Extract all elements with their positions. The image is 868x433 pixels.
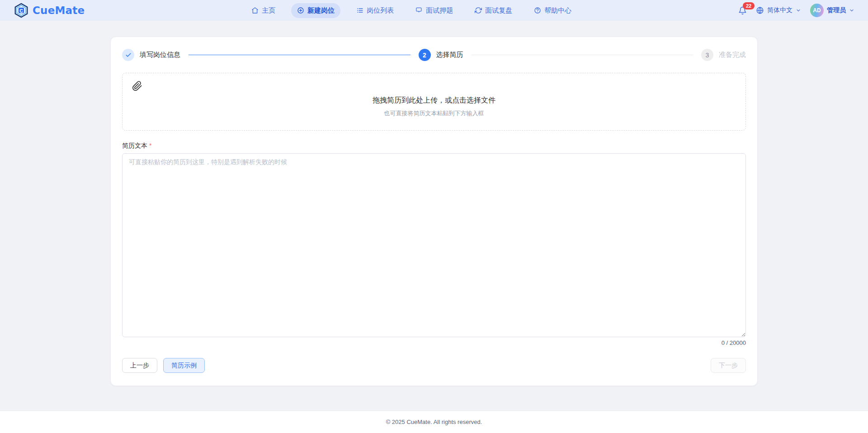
step-3-label: 准备完成 — [719, 51, 746, 59]
nav-label: 主页 — [262, 6, 275, 15]
next-step-button[interactable]: 下一步 — [711, 358, 746, 373]
plus-circle-icon — [297, 7, 304, 14]
chat-icon — [415, 7, 423, 14]
dropzone-subtitle: 也可直接将简历文本粘贴到下方输入框 — [384, 109, 484, 118]
step-2-label: 选择简历 — [436, 51, 463, 59]
step-3-circle: 3 — [701, 49, 713, 61]
step-2-select-resume: 2 选择简历 — [419, 49, 463, 61]
nav-item-home[interactable]: 主页 — [245, 3, 281, 18]
topbar: C CueMate 主页 新建岗位 岗位列表 面试押题 面试复盘 帮助中心 — [0, 0, 868, 21]
language-selector[interactable]: 简体中文 — [756, 6, 801, 14]
stepper: 填写岗位信息 2 选择简历 3 准备完成 — [122, 49, 746, 61]
page-footer: © 2025 CueMate. All rights reserved. — [0, 410, 868, 433]
avatar: AD — [810, 4, 824, 17]
stepper-connector — [472, 55, 693, 55]
nav-label: 面试押题 — [426, 6, 453, 15]
prev-step-button[interactable]: 上一步 — [122, 358, 157, 373]
paperclip-icon — [132, 81, 142, 93]
svg-text:C: C — [19, 8, 23, 14]
resume-text-input[interactable] — [122, 153, 746, 337]
nav-item-interview-review[interactable]: 面试复盘 — [469, 3, 518, 18]
globe-icon — [756, 6, 764, 14]
copyright-text: © 2025 CueMate. All rights reserved. — [386, 419, 482, 425]
chevron-down-icon — [849, 8, 854, 13]
required-asterisk: * — [149, 142, 151, 149]
step-1-label: 填写岗位信息 — [140, 51, 180, 59]
chevron-down-icon — [796, 8, 801, 13]
stepper-connector — [189, 55, 410, 55]
wizard-card: 填写岗位信息 2 选择简历 3 准备完成 拖拽简历到此处上传，或点击选择文件 也… — [110, 37, 758, 386]
step-1-fill-position-info: 填写岗位信息 — [122, 49, 180, 61]
help-icon — [534, 7, 541, 14]
resume-text-label-text: 简历文本 — [122, 142, 147, 149]
list-icon — [356, 7, 363, 14]
main-nav: 主页 新建岗位 岗位列表 面试押题 面试复盘 帮助中心 — [85, 3, 738, 18]
notifications-button[interactable]: 22 — [738, 6, 747, 15]
brand-logo[interactable]: C CueMate — [14, 3, 85, 18]
brand-name: CueMate — [33, 5, 85, 16]
step-3-ready: 3 准备完成 — [701, 49, 746, 61]
char-counter: 0 / 20000 — [122, 339, 746, 346]
main-content: 填写岗位信息 2 选择简历 3 准备完成 拖拽简历到此处上传，或点击选择文件 也… — [0, 21, 868, 410]
wizard-actions: 上一步 简历示例 下一步 — [122, 358, 746, 373]
dropzone-title: 拖拽简历到此处上传，或点击选择文件 — [373, 96, 495, 105]
nav-item-help-center[interactable]: 帮助中心 — [528, 3, 577, 18]
topbar-right: 22 简体中文 AD 管理员 — [738, 4, 854, 17]
language-label: 简体中文 — [767, 6, 793, 14]
step-2-circle: 2 — [419, 49, 431, 61]
nav-item-new-position[interactable]: 新建岗位 — [291, 3, 340, 18]
refresh-icon — [475, 7, 482, 14]
resume-text-label: 简历文本* — [122, 142, 746, 150]
nav-item-interview-questions[interactable]: 面试押题 — [410, 3, 459, 18]
home-icon — [251, 7, 259, 14]
nav-item-position-list[interactable]: 岗位列表 — [350, 3, 400, 18]
hexagon-logo-icon: C — [14, 3, 29, 18]
user-role-label: 管理员 — [827, 6, 846, 14]
nav-label: 面试复盘 — [485, 6, 512, 15]
nav-label: 新建岗位 — [307, 6, 335, 15]
resume-upload-dropzone[interactable]: 拖拽简历到此处上传，或点击选择文件 也可直接将简历文本粘贴到下方输入框 — [122, 73, 746, 131]
nav-label: 帮助中心 — [544, 6, 571, 15]
nav-label: 岗位列表 — [367, 6, 394, 15]
check-icon — [125, 52, 132, 58]
notification-badge: 22 — [743, 2, 755, 10]
resume-example-button[interactable]: 简历示例 — [163, 358, 205, 373]
step-1-circle — [122, 49, 134, 61]
user-menu[interactable]: AD 管理员 — [810, 4, 854, 17]
